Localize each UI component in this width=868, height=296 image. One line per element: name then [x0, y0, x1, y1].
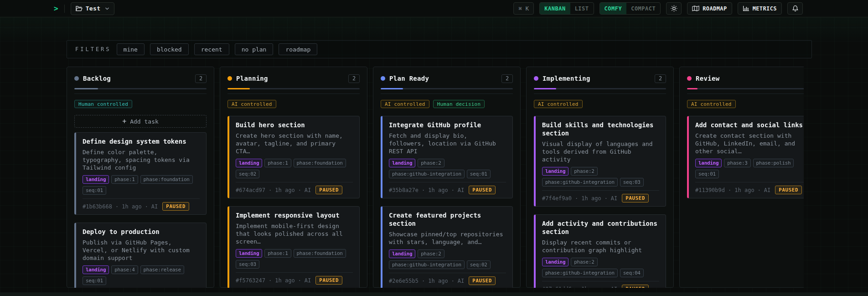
card-time: 1h ago [581, 195, 601, 202]
status-badge: PAUSED [162, 202, 189, 211]
metrics-button[interactable]: METRICS [738, 2, 782, 15]
card-hash: #2e6e55b5 [389, 278, 418, 284]
divider [83, 198, 200, 199]
divider [389, 273, 506, 273]
card-title: Build hero section [236, 121, 353, 129]
tag-landing: landing [389, 159, 415, 167]
column-planning: Planning 2 AI controlled Build hero sect… [220, 67, 367, 288]
filter-mine[interactable]: mine [117, 43, 145, 55]
tag: phase:github-integration [542, 178, 618, 187]
separator: · [298, 187, 301, 193]
tag: phase:2 [418, 159, 444, 167]
filters-label: FILTERS [75, 46, 111, 52]
status-badge: PAUSED [775, 186, 802, 194]
filter-recent[interactable]: recent [194, 43, 229, 55]
task-card[interactable]: Build hero section Create hero section w… [227, 116, 360, 198]
task-card[interactable]: Create featured projects section Showcas… [381, 206, 513, 288]
project-name: Test [86, 5, 101, 12]
column-policy-badges: AI controlled [687, 100, 804, 108]
column-header: Backlog 2 [74, 74, 207, 83]
separator: · [422, 278, 425, 284]
notifications-button[interactable] [787, 2, 803, 15]
tag: phase:2 [418, 249, 444, 258]
card-title: Add activity and contributions section [542, 219, 659, 236]
project-selector-button[interactable]: Test [71, 2, 114, 15]
card-tags: landing phase:2 phase:github-integration… [389, 159, 506, 178]
column-count-badge: 2 [655, 74, 666, 83]
card-description: Implement mobile-first design that looks… [236, 222, 353, 245]
status-badge: PAUSED [469, 276, 496, 285]
policy-badge: AI controlled [687, 100, 736, 108]
column-status-dot [687, 76, 692, 81]
column-progress-track [227, 88, 360, 89]
density-toggle-compact[interactable]: COMPACT [626, 3, 660, 14]
tag: phase:release [140, 265, 184, 274]
filter-roadmap[interactable]: roadmap [279, 43, 317, 55]
task-card[interactable]: Add activity and contributions section D… [534, 214, 666, 288]
density-toggle-comfy[interactable]: COMFY [600, 3, 627, 14]
card-time: 1h ago [275, 187, 294, 193]
separator: · [298, 277, 301, 284]
separator: · [269, 187, 272, 193]
roadmap-button[interactable]: ROADMAP [687, 2, 732, 15]
task-card[interactable]: Deploy to production Publish via GitHub … [74, 223, 207, 288]
column-status-dot [74, 76, 79, 81]
task-card[interactable]: Add contact and social links Create cont… [687, 116, 804, 198]
card-hash: #1b63b668 [83, 203, 112, 210]
tag: phase:foundation [294, 249, 346, 258]
view-toggle-kanban[interactable]: KANBAN [540, 3, 570, 14]
card-tags: landing phase:2 phase:github-integration… [542, 167, 659, 187]
command-palette-button[interactable]: ⌘ K [513, 2, 534, 15]
column-progress-track [534, 88, 666, 89]
tag: phase:2 [571, 258, 597, 266]
tag-landing: landing [236, 159, 262, 167]
card-footer: #11390b9d · 1h ago · AI PAUSED [695, 186, 804, 194]
task-card[interactable]: Integrate GitHub profile Fetch and displ… [381, 116, 513, 198]
folder-icon [76, 5, 83, 11]
horizontal-scrollbar-track[interactable] [0, 292, 868, 296]
column-progress-track [381, 88, 513, 89]
tag: phase:polish [753, 159, 794, 167]
policy-badge: AI controlled [534, 100, 583, 108]
divider [236, 182, 353, 182]
card-tags: landing phase:2 phase:github-integration… [389, 249, 506, 269]
sun-icon [671, 5, 677, 12]
task-card[interactable]: Build skills and technologies section Vi… [534, 116, 666, 207]
separator: · [604, 286, 608, 288]
task-card[interactable]: Define design system tokens Define color… [74, 132, 207, 215]
tag: phase:1 [264, 249, 291, 258]
card-title: Build skills and technologies section [542, 121, 659, 137]
card-footer: #35b8a27e · 1h ago · AI PAUSED [389, 186, 506, 194]
separator: · [758, 187, 761, 193]
separator: · [728, 187, 731, 193]
tag-landing: landing [83, 265, 109, 274]
status-badge: PAUSED [315, 276, 342, 285]
view-toggle-list[interactable]: LIST [570, 3, 594, 14]
task-card[interactable]: Implement responsive layout Implement mo… [227, 206, 360, 288]
filter-blocked[interactable]: blocked [150, 43, 189, 55]
tag: seq:03 [620, 178, 644, 187]
column-implementing: Implementing 2 AI controlled Build skill… [526, 67, 674, 288]
column-header: Planning 2 [227, 74, 360, 83]
density-toggle: COMFY COMPACT [599, 2, 661, 15]
card-footer: #674acd97 · 1h ago · AI PAUSED [236, 186, 353, 194]
column-policy-badges: AI controlled [534, 100, 666, 108]
column-progress-track [687, 88, 804, 89]
divider [389, 182, 506, 182]
policy-badge: Human decision [433, 100, 485, 108]
theme-toggle-button[interactable] [666, 2, 682, 15]
tag: seq:04 [620, 269, 644, 277]
tag: phase:github-integration [389, 260, 465, 269]
add-task-label: Add task [130, 118, 159, 125]
column-count-badge: 2 [195, 74, 207, 83]
tag: phase:1 [111, 175, 138, 184]
add-task-button[interactable]: + Add task [74, 115, 207, 128]
card-tags: landing phase:1 phase:foundation seq:02 [236, 159, 353, 178]
filter-no-plan[interactable]: no plan [235, 43, 274, 55]
card-title: Create featured projects section [389, 211, 506, 228]
tag: phase:foundation [140, 175, 193, 184]
bell-icon [792, 5, 799, 12]
column-progress-fill [74, 88, 98, 89]
card-hash: #674acd97 [236, 187, 265, 193]
tag-landing: landing [542, 167, 568, 176]
